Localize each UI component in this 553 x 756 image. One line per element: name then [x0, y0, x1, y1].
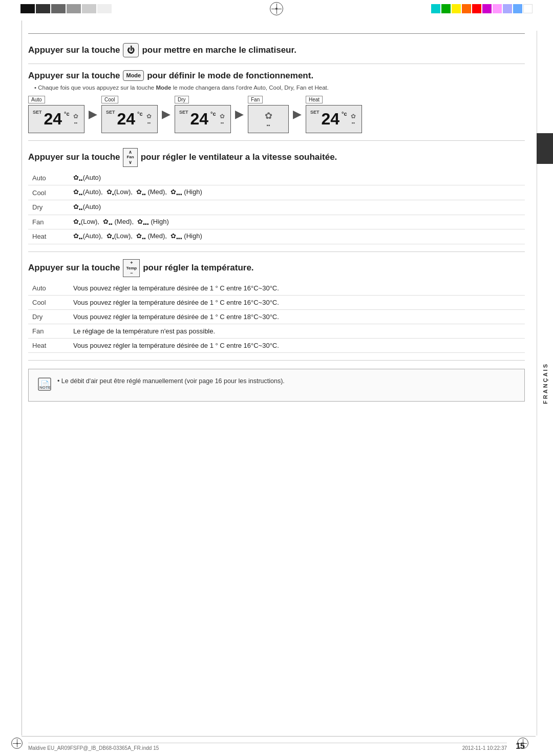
temp-text-after: pour régler la température. — [143, 262, 253, 274]
mark-red — [472, 4, 481, 13]
temp-mode-cool: Cool — [28, 295, 69, 309]
fan-title: Appuyer sur la touche ∧ Fan ∨ pour régle… — [28, 148, 525, 167]
fan-speed-fan: ✿▪(Low), ✿▪▪ (Med), ✿▪▪▪ (High) — [69, 215, 525, 229]
mode-auto-display: Auto SET 24 °c ✿ ▪▪ — [28, 96, 84, 133]
arrow-2: ▶ — [162, 108, 171, 121]
fan-mode-cool: Cool — [28, 185, 69, 200]
mode-cool-display: Cool SET 24 °c ✿ ▪▪ — [101, 96, 158, 133]
mark-yellow — [452, 4, 461, 13]
table-row: Heat ✿▪▪(Auto), ✿▪(Low), ✿▪▪ (Med), ✿▪▪▪… — [28, 229, 525, 244]
mark-orange — [462, 4, 471, 13]
power-button-icon: ⏻ — [123, 43, 139, 57]
mark-gray — [51, 4, 66, 13]
main-content: Appuyer sur la touche ⏻ pour mettre en m… — [28, 33, 525, 733]
mode-dry-label: Dry — [175, 96, 189, 103]
registration-marks-right — [431, 4, 533, 13]
fan-sym-cool: ✿ — [146, 113, 152, 120]
temp-mode-fan: Fan — [28, 324, 69, 338]
table-row: Cool ✿▪▪(Auto), ✿▪(Low), ✿▪▪ (Med), ✿▪▪▪… — [28, 185, 525, 200]
top-rule — [28, 33, 525, 34]
note-text-content: Le débit d'air peut être réglé manuellem… — [61, 377, 285, 385]
lcd-heat: SET 24 °c ✿ ▪▪ — [306, 105, 362, 133]
section-power: Appuyer sur la touche ⏻ pour mettre en m… — [28, 43, 525, 64]
bottom-rule — [22, 736, 536, 737]
fan-sym-auto: ✿ — [73, 113, 78, 120]
arrow-1: ▶ — [89, 108, 97, 121]
mark-cyan — [431, 4, 440, 13]
temp-table: Auto Vous pouvez régler la température d… — [28, 281, 525, 353]
compass-bottom-left — [11, 738, 23, 749]
section-temp: Appuyer sur la touche + Temp − pour régl… — [28, 259, 525, 361]
lcd-fan: ✿ ▪▪ — [248, 105, 289, 133]
fan-mode-fan: Fan — [28, 215, 69, 229]
mode-note-bold: Mode — [156, 85, 171, 91]
fan-mode-heat: Heat — [28, 229, 69, 244]
table-row: Dry ✿▪▪(Auto) — [28, 200, 525, 215]
mark-lighter — [82, 4, 96, 13]
lcd-dry: SET 24 °c ✿ ▪▪ — [175, 105, 231, 133]
note-text: • — [57, 377, 61, 385]
table-row: Fan ✿▪(Low), ✿▪▪ (Med), ✿▪▪▪ (High) — [28, 215, 525, 229]
fan-sym-fanonly: ✿ — [265, 110, 272, 121]
registration-marks-left — [20, 4, 112, 13]
fan-mode-auto: Auto — [28, 171, 69, 185]
compass-bottom-right — [517, 738, 528, 749]
table-row: Fan Le réglage de la température n'est p… — [28, 324, 525, 338]
svg-text:NOTE: NOTE — [39, 385, 51, 390]
lcd-cool: SET 24 °c ✿ ▪▪ — [101, 105, 158, 133]
table-row: Dry Vous pouvez régler la température dé… — [28, 309, 525, 324]
mode-auto-label: Auto — [28, 96, 45, 103]
temp-desc-dry: Vous pouvez régler la température désiré… — [69, 309, 525, 324]
mark-lavender — [503, 4, 512, 13]
mark-magenta — [482, 4, 492, 13]
mode-button-icon: Mode — [123, 70, 144, 80]
mark-lightest — [97, 4, 112, 13]
temp-button-icon: + Temp − — [123, 259, 140, 277]
mode-fan-label: Fan — [248, 96, 263, 103]
mode-text-before: Appuyer sur la touche — [28, 70, 120, 81]
compass-top — [270, 2, 283, 15]
temp-desc-cool: Vous pouvez régler la température désiré… — [69, 295, 525, 309]
sidebar-label: FRANÇAIS — [542, 363, 548, 404]
temp-desc-heat: Vous pouvez régler la température désiré… — [69, 338, 525, 352]
table-row: Auto Vous pouvez régler la température d… — [28, 281, 525, 296]
mark-white — [523, 4, 533, 13]
mode-title: Appuyer sur la touche Mode pour définir … — [28, 70, 525, 81]
mode-text-after: pour définir le mode de fonctionnement. — [147, 70, 313, 81]
temp-mode-heat: Heat — [28, 338, 69, 352]
mark-green — [441, 4, 451, 13]
section-mode: Appuyer sur la touche Mode pour définir … — [28, 70, 525, 141]
temp-text-before: Appuyer sur la touche — [28, 262, 120, 274]
mark-pink — [493, 4, 502, 13]
mark-dark — [36, 4, 50, 13]
temp-mode-dry: Dry — [28, 309, 69, 324]
power-title: Appuyer sur la touche ⏻ pour mettre en m… — [28, 43, 525, 57]
note-icon: 📄 NOTE — [38, 377, 51, 394]
fan-text-before: Appuyer sur la touche — [28, 152, 120, 163]
fan-text-after: pour régler le ventilateur a la vitesse … — [141, 152, 337, 163]
section-fan: Appuyer sur la touche ∧ Fan ∨ pour régle… — [28, 148, 525, 252]
fan-speed-table: Auto ✿▪▪(Auto) Cool ✿▪▪(Auto), ✿▪(Low), … — [28, 171, 525, 244]
mark-lightgray — [67, 4, 81, 13]
arrow-4: ▶ — [293, 108, 302, 121]
lcd-auto: SET 24 °c ✿ ▪▪ — [28, 105, 84, 133]
left-border — [22, 20, 22, 736]
fan-speed-heat: ✿▪▪(Auto), ✿▪(Low), ✿▪▪ (Med), ✿▪▪▪ (Hig… — [69, 229, 525, 244]
fan-speed-auto: ✿▪▪(Auto) — [69, 171, 525, 185]
sidebar-black-bar — [537, 133, 553, 164]
table-row: Cool Vous pouvez régler la température d… — [28, 295, 525, 309]
fan-sym-heat: ✿ — [351, 113, 356, 120]
temp-desc-auto: Vous pouvez régler la température désiré… — [69, 281, 525, 296]
temp-mode-auto: Auto — [28, 281, 69, 296]
mode-heat-display: Heat SET 24 °c ✿ ▪▪ — [306, 96, 362, 133]
footer-left: Maldive EU_AR09FSFP@_IB_DB68-03365A_FR.i… — [28, 745, 159, 751]
mode-dry-display: Dry SET 24 °c ✿ ▪▪ — [175, 96, 231, 133]
power-text-before: Appuyer sur la touche — [28, 45, 120, 56]
footer-right: 2012-11-1 10:22:37 — [462, 745, 507, 751]
footer: Maldive EU_AR09FSFP@_IB_DB68-03365A_FR.i… — [28, 743, 507, 751]
mark-skyblue — [513, 4, 522, 13]
fan-mode-dry: Dry — [28, 200, 69, 215]
fan-speed-cool: ✿▪▪(Auto), ✿▪(Low), ✿▪▪ (Med), ✿▪▪▪ (Hig… — [69, 185, 525, 200]
arrow-3: ▶ — [235, 108, 244, 121]
note-box: 📄 NOTE • Le débit d'air peut être réglé … — [28, 369, 525, 402]
